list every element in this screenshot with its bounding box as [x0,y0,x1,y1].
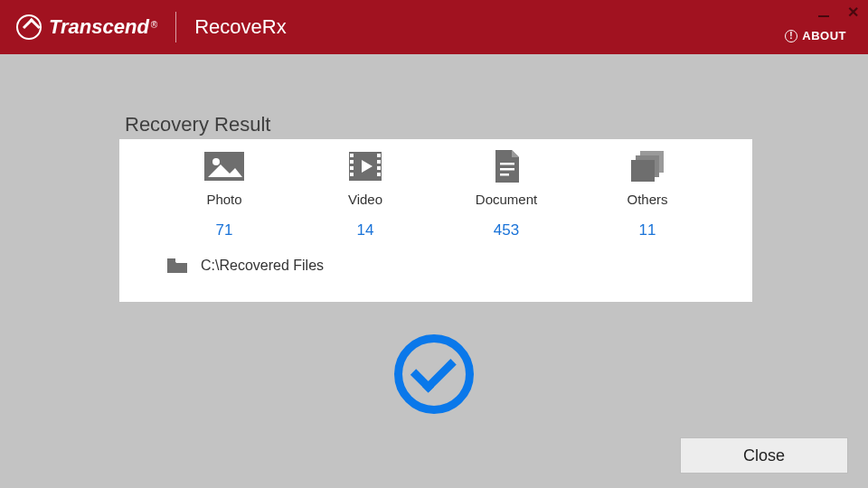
info-icon: ! [785,30,797,42]
output-path-row: C:\Recovered Files [145,258,727,274]
brand-text: Transcend® [49,15,157,39]
brand-logo-group: Transcend® [16,14,157,40]
app-header: Transcend® RecoveRx ✕ ! ABOUT [0,0,868,54]
svg-rect-7 [350,166,354,170]
folder-icon [166,258,188,274]
about-label: ABOUT [802,29,846,42]
svg-rect-12 [377,173,381,176]
category-count: 11 [639,221,656,239]
svg-rect-15 [500,174,509,176]
svg-rect-5 [350,154,354,157]
content-area: Recovery Result Photo 71 Video 14 [0,54,868,488]
svg-rect-10 [377,160,381,164]
checkmark-icon [410,347,457,393]
svg-rect-9 [377,154,381,157]
success-icon [394,334,474,414]
close-button-label: Close [743,446,785,465]
svg-rect-6 [350,160,354,164]
app-name: RecoveRx [194,15,286,39]
category-label: Photo [206,192,241,207]
category-label: Video [348,192,382,207]
category-count: 14 [357,221,374,239]
brand-logo-icon [16,14,42,40]
output-path: C:\Recovered Files [201,258,324,274]
minimize-button[interactable] [817,5,830,18]
photo-icon [203,150,246,183]
category-document[interactable]: Document 453 [452,150,561,239]
result-title: Recovery Result [125,113,270,136]
category-label: Document [476,192,537,207]
svg-rect-13 [500,163,514,165]
category-video[interactable]: Video 14 [311,150,420,239]
svg-rect-11 [377,166,381,170]
window-controls: ✕ [817,5,859,18]
result-panel: Photo 71 Video 14 Document 453 [119,139,752,302]
svg-rect-8 [350,173,354,176]
header-divider [175,12,176,42]
category-others[interactable]: Others 11 [593,150,702,239]
close-button[interactable]: Close [680,437,848,474]
stack-icon [626,150,669,183]
svg-rect-19 [167,258,175,261]
brand-group: Transcend® RecoveRx [16,12,287,42]
svg-point-1 [212,158,220,165]
about-button[interactable]: ! ABOUT [785,29,846,42]
svg-rect-18 [631,160,655,182]
close-window-button[interactable]: ✕ [846,5,859,18]
category-photo[interactable]: Photo 71 [170,150,278,239]
category-label: Others [627,192,667,207]
document-icon [485,150,528,183]
category-count: 453 [494,221,519,239]
category-count: 71 [216,221,233,239]
video-icon [344,150,387,183]
svg-rect-14 [500,168,514,171]
categories-row: Photo 71 Video 14 Document 453 [145,150,727,239]
